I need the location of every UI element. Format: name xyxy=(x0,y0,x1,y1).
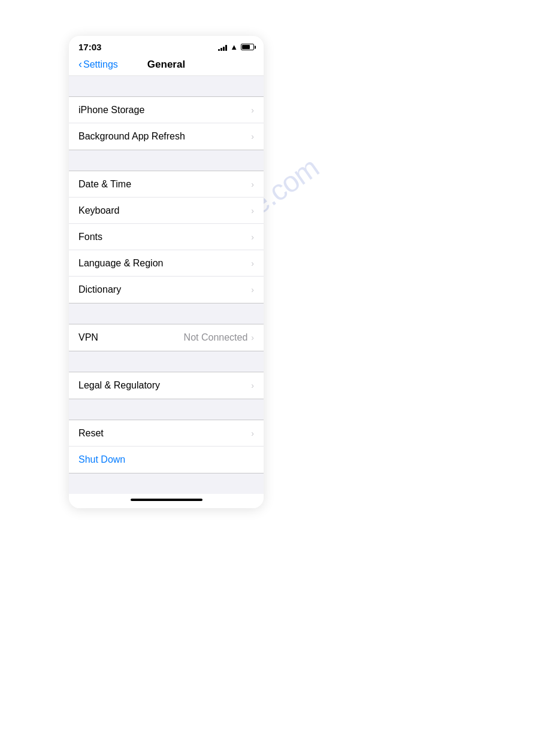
reset-section: Reset › Shut Down xyxy=(69,420,264,473)
page-title: General xyxy=(147,59,185,71)
section-gap-3 xyxy=(69,351,264,372)
vpn-label: VPN xyxy=(78,332,98,343)
home-indicator xyxy=(69,494,264,508)
dictionary-label: Dictionary xyxy=(78,284,121,295)
dictionary-row[interactable]: Dictionary › xyxy=(69,277,264,303)
chevron-right-icon: › xyxy=(251,285,254,294)
chevron-right-icon: › xyxy=(251,180,254,189)
navigation-bar: ‹ Settings General xyxy=(69,56,264,76)
keyboard-label: Keyboard xyxy=(78,205,120,216)
fonts-label: Fonts xyxy=(78,232,102,242)
status-time: 17:03 xyxy=(78,42,101,52)
chevron-right-icon: › xyxy=(251,232,254,242)
date-time-label: Date & Time xyxy=(78,179,131,190)
legal-section: Legal & Regulatory › xyxy=(69,372,264,399)
back-label: Settings xyxy=(83,59,118,70)
iphone-storage-label: iPhone Storage xyxy=(78,105,144,116)
battery-icon xyxy=(241,44,254,50)
vpn-section: VPN Not Connected › xyxy=(69,324,264,351)
section-gap-4 xyxy=(69,399,264,420)
keyboard-row[interactable]: Keyboard › xyxy=(69,198,264,224)
legal-regulatory-label: Legal & Regulatory xyxy=(78,380,160,391)
back-chevron-icon: ‹ xyxy=(78,58,82,71)
chevron-right-icon: › xyxy=(251,381,254,390)
section-gap-top xyxy=(69,76,264,96)
status-icons: ▲ xyxy=(218,42,254,51)
datetime-section: Date & Time › Keyboard › Fonts › Languag… xyxy=(69,171,264,303)
status-bar: 17:03 ▲ xyxy=(69,36,264,56)
background-app-refresh-row[interactable]: Background App Refresh › xyxy=(69,123,264,150)
back-button[interactable]: ‹ Settings xyxy=(78,58,118,71)
chevron-right-icon: › xyxy=(251,429,254,438)
background-app-refresh-label: Background App Refresh xyxy=(78,131,185,142)
chevron-right-icon: › xyxy=(251,206,254,215)
iphone-storage-row[interactable]: iPhone Storage › xyxy=(69,97,264,123)
fonts-row[interactable]: Fonts › xyxy=(69,224,264,250)
section-gap-2 xyxy=(69,303,264,324)
chevron-right-icon: › xyxy=(251,259,254,268)
vpn-row[interactable]: VPN Not Connected › xyxy=(69,324,264,351)
chevron-right-icon: › xyxy=(251,333,254,342)
language-region-row[interactable]: Language & Region › xyxy=(69,250,264,277)
shut-down-label: Shut Down xyxy=(78,454,125,465)
section-gap-bottom xyxy=(69,473,264,494)
chevron-right-icon: › xyxy=(251,105,254,115)
home-bar xyxy=(131,499,202,501)
reset-label: Reset xyxy=(78,428,104,439)
signal-icon xyxy=(218,44,227,51)
reset-row[interactable]: Reset › xyxy=(69,420,264,447)
date-time-row[interactable]: Date & Time › xyxy=(69,171,264,198)
wifi-icon: ▲ xyxy=(230,42,238,51)
language-region-label: Language & Region xyxy=(78,258,163,269)
legal-regulatory-row[interactable]: Legal & Regulatory › xyxy=(69,372,264,399)
section-gap-1 xyxy=(69,150,264,171)
vpn-value: Not Connected xyxy=(184,332,248,343)
shut-down-row[interactable]: Shut Down xyxy=(69,447,264,473)
iphone-screen: 17:03 ▲ ‹ Settings General xyxy=(69,36,264,508)
settings-content: iPhone Storage › Background App Refresh … xyxy=(69,76,264,494)
storage-section: iPhone Storage › Background App Refresh … xyxy=(69,96,264,150)
chevron-right-icon: › xyxy=(251,132,254,141)
